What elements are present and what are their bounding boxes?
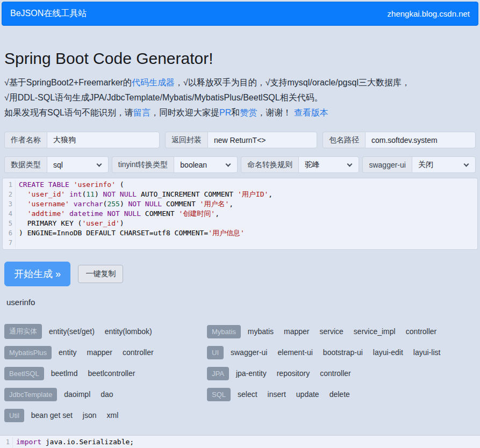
code-line: 1import java.io.Serializable; [0,437,480,447]
generator-link[interactable]: beetlcontroller [88,369,135,378]
intro-line3-mid2: 和 [231,108,240,117]
generator-link[interactable]: jpa-entity [236,369,267,378]
generator-link[interactable]: xml [107,411,119,420]
generator-link[interactable]: mapper [284,327,309,336]
generator-link[interactable]: daoimpl [64,390,90,399]
generator-link[interactable]: bean get set [31,411,73,420]
line-number: 2 [3,190,16,199]
generator-link[interactable]: update [296,390,319,399]
tinyint-convert-selected-value: boolean [180,161,207,169]
generate-button[interactable]: 开始生成 » [4,262,70,286]
package-path-label: 包名路径 [323,132,365,148]
generator-link[interactable]: controller [406,327,437,336]
naming-rule-selected-value: 驼峰 [305,160,320,170]
code-line: 7 [3,238,477,248]
generator-link[interactable]: service [320,327,343,336]
generator-link[interactable]: json [83,411,97,420]
generator-link[interactable]: controller [123,348,154,357]
generator-link[interactable]: controller [320,369,351,378]
generator-column-right: Mybatismybatismapperserviceservice_implc… [207,324,450,422]
return-wrapper-input[interactable] [207,132,317,148]
site-brand-link[interactable]: BeJSON在线工具站 [10,8,87,19]
leave-message-link[interactable]: 留言 [133,108,151,117]
line-number: 7 [3,238,16,248]
generator-link[interactable]: element-ui [277,348,312,357]
generator-link[interactable]: service_impl [354,327,396,336]
form-row-selects: 数据类型 sql tinyint转换类型 boolean 命名转换规则 驼峰 s… [4,156,476,173]
intro-line3-mid1: ，同时欢迎大家提 [151,108,219,117]
package-path-group: 包名路径 [323,132,476,148]
intro-line1-tail: ，√以释放双手为目的，√支持mysql/oracle/pgsql三大数据库， [175,78,410,87]
data-type-label: 数据类型 [4,156,47,173]
swagger-ui-select[interactable]: 关闭 [412,156,476,173]
code-line: 6) ENGINE=InnoDB DEFAULT CHARSET=utf8 CO… [3,228,477,238]
chevron-down-icon [226,161,231,167]
naming-rule-select[interactable]: 驼峰 [298,156,359,173]
intro-paragraph: √基于SpringBoot2+Freemarker的代码生成器，√以释放双手为目… [4,75,476,120]
donate-link[interactable]: 赞赏 [240,108,257,117]
intro-line1-text: √基于SpringBoot2+Freemarker的 [4,78,132,87]
generator-link[interactable]: delete [329,390,350,399]
generator-group-badge: Util [4,409,24,422]
generator-row: UIswagger-uielement-uibootstrap-uilayui-… [207,345,450,359]
generator-row: SQLselectinsertupdatedelete [207,387,450,401]
sql-code-editor[interactable]: 1CREATE TABLE 'userinfo' (2 'user_id' in… [2,178,478,250]
generator-link[interactable]: entity(lombok) [105,327,152,336]
pr-link[interactable]: PR [219,108,231,117]
intro-line3-mid3: ，谢谢！ [257,108,293,117]
blog-url-link[interactable]: zhengkai.blog.csdn.net [388,9,470,18]
line-number: 1 [0,437,13,447]
naming-rule-label: 命名转换规则 [241,156,298,173]
generator-link[interactable]: bootstrap-ui [323,348,363,357]
chevron-down-icon [96,161,102,167]
generator-row: MybatisPlusentitymappercontroller [4,345,207,359]
generator-row: Utilbean get setjsonxml [4,408,207,422]
line-number: 5 [3,219,16,228]
generator-link[interactable]: beetlmd [51,369,78,378]
generator-link[interactable]: layui-edit [373,348,403,357]
page-title: Spring Boot Code Generator! [4,48,476,69]
line-number: 6 [3,228,16,238]
tinyint-convert-select[interactable]: boolean [174,156,238,173]
code-line: 3 'username' varchar(255) NOT NULL COMME… [3,199,477,209]
generator-link[interactable]: dao [101,390,113,399]
java-code-output[interactable]: 1import java.io.Serializable;2import lom… [0,435,480,448]
line-number: 1 [3,180,16,190]
generator-link[interactable]: swagger-ui [231,348,267,357]
generator-group-badge: JdbcTemplate [4,388,57,401]
code-generator-link[interactable]: 代码生成器 [132,78,175,87]
generator-group-badge: SQL [207,388,231,401]
line-number: 3 [3,199,16,209]
generator-link[interactable]: entity [59,348,76,357]
code-text: CREATE TABLE 'userinfo' ( [19,180,124,190]
generator-row: BeetlSQLbeetlmdbeetlcontroller [4,366,207,380]
generator-link[interactable]: insert [268,390,286,399]
tinyint-convert-group: tinyint转换类型 boolean [112,156,238,173]
code-text: ) ENGINE=InnoDB DEFAULT CHARSET=utf8 COM… [19,228,245,238]
generator-group-badge: 通用实体 [4,324,42,339]
author-name-input[interactable] [47,132,160,148]
code-text: 'user_id' int(11) NOT NULL AUTO_INCREMEN… [19,190,273,199]
swagger-ui-group: swagger-ui 关闭 [362,156,476,173]
code-line: 4 'addtime' datetime NOT NULL COMMENT '创… [3,209,477,219]
generator-group-badge: Mybatis [207,325,241,338]
generator-link[interactable]: repository [277,369,310,378]
code-text: import java.io.Serializable; [16,437,134,447]
swagger-ui-selected-value: 关闭 [418,160,433,170]
generator-column-left: 通用实体entity(set/get)entity(lombok)Mybatis… [4,324,207,422]
view-version-link[interactable]: 查看版本 [294,108,328,117]
intro-line2-text: √用DDL-SQL语句生成JPA/JdbcTemplate/Mybatis/My… [4,93,323,102]
data-type-select[interactable]: sql [47,156,109,173]
generator-link[interactable]: mapper [87,348,112,357]
generator-link[interactable]: entity(set/get) [49,327,95,336]
generator-link[interactable]: select [238,390,257,399]
code-line: 1CREATE TABLE 'userinfo' ( [3,180,477,190]
return-wrapper-label: 返回封装 [165,132,207,148]
copy-button[interactable]: 一键复制 [78,265,123,283]
package-path-input[interactable] [365,132,476,148]
generator-link[interactable]: mybatis [248,327,274,336]
generator-group-badge: JPA [207,367,229,380]
author-name-label: 作者名称 [4,132,47,148]
generator-link[interactable]: layui-list [413,348,441,357]
code-text: PRIMARY KEY ('user_id') [19,219,124,228]
